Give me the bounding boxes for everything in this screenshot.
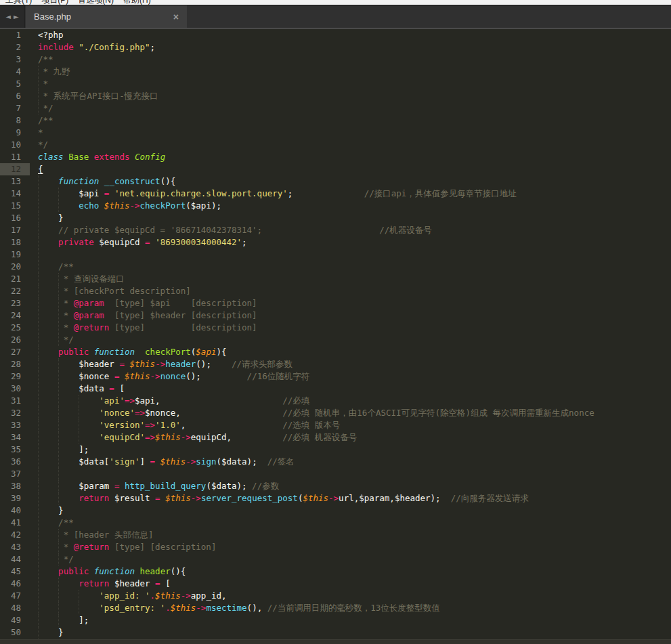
horizontal-scrollbar[interactable] <box>0 639 671 644</box>
line-number: 2 <box>0 41 30 53</box>
code-line[interactable]: 30 $data = [ <box>0 383 671 395</box>
tab-base-php[interactable]: Base.php × <box>26 5 187 28</box>
code-line[interactable]: 50 } <box>0 626 671 639</box>
code-line-text: include "./Config.php"; <box>30 41 155 53</box>
code-line-text: 'equipCd'=>$this->equipCd, //必填 机器设备号 <box>30 431 357 444</box>
code-line[interactable]: 48 'psd_entry: '.$this->msectime(), //当前… <box>0 602 671 614</box>
code-line[interactable]: 25 * @return [type] [description] <box>0 322 671 334</box>
indent-guide <box>38 249 39 261</box>
code-line[interactable]: 31 'api'=>$api, //必填 <box>0 395 671 407</box>
line-number: 8 <box>0 114 30 127</box>
code-line-text: return $header = [ <box>30 578 171 590</box>
code-line[interactable]: 45 public function header(){ <box>0 565 671 578</box>
indent-guide <box>38 468 39 480</box>
code-line[interactable]: 2include "./Config.php"; <box>0 41 671 53</box>
code-line-text: */ <box>30 553 74 565</box>
line-number: 48 <box>0 602 30 614</box>
code-line[interactable]: 24 * @param [type] $header [description] <box>0 309 671 322</box>
menu-item[interactable]: 工具(T) <box>5 0 32 5</box>
code-line[interactable]: 39 return $result = $this->server_reques… <box>0 492 671 505</box>
line-number: 30 <box>0 383 30 395</box>
code-line[interactable]: 16 } <box>0 212 671 224</box>
code-line[interactable]: 40 } <box>0 505 671 517</box>
tab-scroll-right-icon[interactable]: ► <box>14 13 19 20</box>
code-line-text: * [header 头部信息] <box>30 529 153 541</box>
code-line[interactable]: 46 return $header = [ <box>0 578 671 590</box>
code-line-text: echo $this->checkPort($api); <box>30 200 221 212</box>
code-line-text: private $equipCd = '869300034000442'; <box>30 236 247 249</box>
code-line[interactable]: 34 'equipCd'=>$this->equipCd, //必填 机器设备号 <box>0 431 671 444</box>
code-line[interactable]: 29 $nonce = $this->nonce(); //16位随机字符 <box>0 370 671 383</box>
code-line[interactable]: 8/** <box>0 114 671 127</box>
tab-close-icon[interactable]: × <box>172 12 180 22</box>
code-line-text: } <box>30 505 64 517</box>
code-line[interactable]: 20 /** <box>0 261 671 273</box>
code-line[interactable]: 19 <box>0 249 671 261</box>
menu-item[interactable]: 首选项(N) <box>78 0 114 5</box>
code-line[interactable]: 22 * [checkPort description] <box>0 285 671 297</box>
code-line[interactable]: 23 * @param [type] $api [description] <box>0 297 671 309</box>
line-number: 27 <box>0 346 30 358</box>
line-number: 6 <box>0 90 30 102</box>
line-number: 50 <box>0 626 30 639</box>
menu-item[interactable]: 项目(P) <box>41 0 68 5</box>
code-line-text: } <box>30 626 64 639</box>
line-number: 43 <box>0 541 30 553</box>
code-line[interactable]: 43 * @return [type] [description] <box>0 541 671 553</box>
code-line-text: <?php <box>30 29 64 41</box>
code-line[interactable]: 15 echo $this->checkPort($api); <box>0 200 671 212</box>
line-number: 39 <box>0 492 30 505</box>
line-number: 26 <box>0 334 30 346</box>
code-line[interactable]: 12{ <box>0 163 671 175</box>
code-line[interactable]: 18 private $equipCd = '869300034000442'; <box>0 236 671 249</box>
code-line[interactable]: 7 */ <box>0 102 671 114</box>
code-line[interactable]: 49 ]; <box>0 614 671 626</box>
code-editor[interactable]: 1<?php2include "./Config.php";3/**4 * 九野… <box>0 29 671 641</box>
code-line[interactable]: 33 'version'=>'1.0', //选填 版本号 <box>0 419 671 431</box>
code-line[interactable]: 3/** <box>0 53 671 66</box>
code-line[interactable]: 13 function __construct(){ <box>0 175 671 188</box>
line-number: 25 <box>0 322 30 334</box>
code-line[interactable]: 32 'nonce'=>$nonce, //必填 随机串，由16个ASCII可见… <box>0 407 671 419</box>
line-number: 35 <box>0 444 30 456</box>
code-line-text: */ <box>30 102 53 114</box>
code-line[interactable]: 21 * 查询设备端口 <box>0 273 671 285</box>
code-line-text: $data['sign'] = $this->sign($data); //签名 <box>30 456 295 468</box>
code-line[interactable]: 27 public function checkPort($api){ <box>0 346 671 358</box>
code-line[interactable]: 9* <box>0 127 671 139</box>
line-number: 24 <box>0 309 30 322</box>
line-number: 20 <box>0 261 30 273</box>
code-line[interactable]: 1<?php <box>0 29 671 41</box>
line-number: 4 <box>0 66 30 78</box>
code-line-text: ]; <box>30 614 89 626</box>
code-line[interactable]: 37 <box>0 468 671 480</box>
code-line[interactable]: 41 /** <box>0 517 671 529</box>
code-line-text: } <box>30 212 64 224</box>
code-line-text: return $result = $this->server_request_p… <box>30 492 529 505</box>
code-line[interactable]: 17 // private $equipCd = '86671404237831… <box>0 224 671 236</box>
code-line[interactable]: 44 */ <box>0 553 671 565</box>
code-line[interactable]: 6 * 系统平台API接口-慢充接口 <box>0 90 671 102</box>
tab-scroll-left-icon[interactable]: ◄ <box>5 13 11 20</box>
code-line[interactable]: 5 * <box>0 78 671 90</box>
code-line[interactable]: 36 $data['sign'] = $this->sign($data); /… <box>0 456 671 468</box>
code-line[interactable]: 35 ]; <box>0 444 671 456</box>
code-line-text: { <box>30 163 43 175</box>
code-area: 1<?php2include "./Config.php";3/**4 * 九野… <box>0 29 671 639</box>
code-line[interactable]: 14 $api = 'net.equip.charge.slow.port.qu… <box>0 188 671 200</box>
menu-bar: 工具(T)项目(P)首选项(N)帮助(H) <box>0 0 671 5</box>
menu-item[interactable]: 帮助(H) <box>123 0 151 5</box>
line-number: 46 <box>0 578 30 590</box>
code-line[interactable]: 11class Base extends Config <box>0 151 671 163</box>
code-line-text: * @param [type] $api [description] <box>30 297 257 309</box>
code-line[interactable]: 42 * [header 头部信息] <box>0 529 671 541</box>
code-line-text: * <box>30 127 43 139</box>
code-line[interactable]: 26 */ <box>0 334 671 346</box>
code-line[interactable]: 38 $param = http_build_query($data); //参… <box>0 480 671 492</box>
line-number: 32 <box>0 407 30 419</box>
code-line[interactable]: 10*/ <box>0 139 671 151</box>
code-line[interactable]: 4 * 九野 <box>0 66 671 78</box>
code-line[interactable]: 28 $header = $this->header(); //请求头部参数 <box>0 358 671 370</box>
code-line-text: function __construct(){ <box>30 175 175 188</box>
code-line[interactable]: 47 'app_id: '.$this->app_id, <box>0 590 671 602</box>
